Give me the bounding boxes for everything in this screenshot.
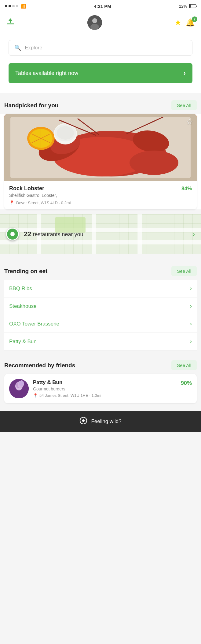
signal-dot-3 — [12, 5, 15, 7]
restaurant-name: Rock Lobster — [9, 185, 44, 192]
signal-dot-2 — [9, 5, 11, 7]
search-placeholder: Explore — [25, 45, 42, 51]
trend-arrow-icon: › — [190, 321, 192, 327]
restaurant-card-info: Rock Lobster 84% Shellfish Gastro, Lobst… — [4, 181, 197, 209]
header: ★ 🔔 2 — [0, 12, 201, 33]
wifi-icon: 📶 — [21, 4, 26, 9]
search-bar[interactable]: 🔍 Explore — [9, 40, 192, 56]
notifications-bell-wrapper[interactable]: 🔔 2 — [186, 18, 195, 27]
trending-section-header: Trending on eet See All — [0, 264, 201, 280]
map-nearby-count: 22 restaurants near you — [24, 230, 83, 238]
trend-item-name: OXO Tower Brasserie — [9, 321, 59, 327]
notification-badge: 2 — [192, 16, 197, 22]
map-section[interactable]: 22 restaurants near you › — [0, 214, 201, 254]
trend-arrow-icon: › — [190, 285, 192, 292]
trend-item-name: BBQ Ribs — [9, 286, 32, 292]
status-time: 4:21 PM — [94, 4, 111, 9]
list-item[interactable]: Steakhouse › — [4, 297, 197, 315]
friend-restaurant-address: 54 James Street, W1U 1HE · 1.0mi — [39, 393, 101, 398]
trending-title: Trending on eet — [4, 268, 47, 275]
friend-restaurant-name: Patty & Bun — [33, 379, 177, 386]
avatar[interactable] — [87, 15, 102, 30]
map-location-dot — [6, 228, 19, 240]
wild-icon — [79, 417, 87, 426]
friend-avatar — [9, 379, 29, 398]
signal-dot-1 — [5, 5, 7, 7]
signal-dot-4 — [16, 5, 18, 7]
tables-available-button[interactable]: Tables available right now › — [9, 63, 192, 83]
svg-marker-2 — [9, 18, 12, 21]
feeling-wild-label: Feeling wild? — [91, 418, 121, 425]
svg-point-21 — [57, 126, 74, 140]
trend-item-name: Patty & Bun — [9, 339, 37, 345]
list-item[interactable]: Patty & Bun › — [4, 333, 197, 350]
svg-point-13 — [130, 151, 178, 175]
trend-item-name: Steakhouse — [9, 303, 37, 309]
svg-point-4 — [92, 18, 97, 23]
battery-fill — [189, 5, 191, 8]
restaurant-card-image: ☆ — [4, 114, 197, 181]
trending-section: Trending on eet See All BBQ Ribs › Steak… — [0, 264, 201, 353]
friend-restaurant-info: Patty & Bun Gourmet burgers 📍 54 James S… — [33, 379, 177, 398]
favorites-star-icon[interactable]: ★ — [174, 18, 181, 27]
restaurant-cuisine: Shellfish Gastro, Lobster, — [9, 193, 192, 198]
location-pin-icon: 📍 — [9, 200, 14, 205]
friend-restaurant-location: 📍 54 James Street, W1U 1HE · 1.0mi — [33, 393, 177, 398]
location-pin-icon: 📍 — [33, 393, 38, 398]
list-item[interactable]: BBQ Ribs › — [4, 280, 197, 297]
search-icon: 🔍 — [14, 44, 21, 51]
status-bar: 📶 4:21 PM 22% — [0, 0, 201, 12]
svg-point-5 — [90, 24, 99, 30]
restaurant-card[interactable]: ☆ Rock Lobster 84% Shellfish Gastro, Lob… — [4, 114, 197, 209]
trend-arrow-icon: › — [190, 338, 192, 345]
svg-point-31 — [82, 419, 85, 422]
signal-indicators: 📶 — [5, 4, 26, 9]
recommended-title: Recommended by friends — [4, 362, 75, 369]
map-dot-inner — [10, 232, 15, 236]
tables-available-label: Tables available right now — [15, 70, 78, 76]
recommended-see-all-button[interactable]: See All — [171, 360, 197, 370]
handpicked-section-header: Handpicked for you See All — [0, 98, 201, 114]
recommended-section-header: Recommended by friends See All — [0, 358, 201, 374]
list-item[interactable]: OXO Tower Brasserie › — [4, 315, 197, 333]
svg-rect-0 — [7, 23, 14, 24]
upload-button[interactable] — [6, 17, 15, 28]
friend-restaurant-type: Gourmet burgers — [33, 386, 177, 391]
restaurant-location: 📍 Dover Street, W1S 4LD · 0.2mi — [9, 200, 192, 205]
battery-bar — [189, 4, 196, 8]
battery-section: 22% — [179, 4, 196, 9]
map-arrow-icon[interactable]: › — [193, 231, 195, 238]
map-overlay: 22 restaurants near you › — [0, 214, 201, 254]
recommended-section: Recommended by friends See All Patty & B… — [0, 358, 201, 406]
handpicked-title: Handpicked for you — [4, 102, 58, 109]
friend-restaurant-card[interactable]: Patty & Bun Gourmet burgers 📍 54 James S… — [4, 374, 197, 403]
trending-see-all-button[interactable]: See All — [171, 266, 197, 276]
restaurant-score: 84% — [181, 186, 192, 192]
trend-arrow-icon: › — [190, 303, 192, 309]
header-icons: ★ 🔔 2 — [174, 18, 195, 27]
friend-restaurant-score: 90% — [181, 380, 192, 386]
handpicked-see-all-button[interactable]: See All — [171, 100, 197, 110]
restaurant-address: Dover Street, W1S 4LD · 0.2mi — [16, 201, 71, 205]
tables-arrow-icon: › — [184, 69, 186, 77]
favorite-star-icon[interactable]: ☆ — [186, 118, 193, 126]
feeling-wild-bar[interactable]: Feeling wild? — [0, 411, 201, 432]
battery-percent: 22% — [179, 4, 187, 9]
